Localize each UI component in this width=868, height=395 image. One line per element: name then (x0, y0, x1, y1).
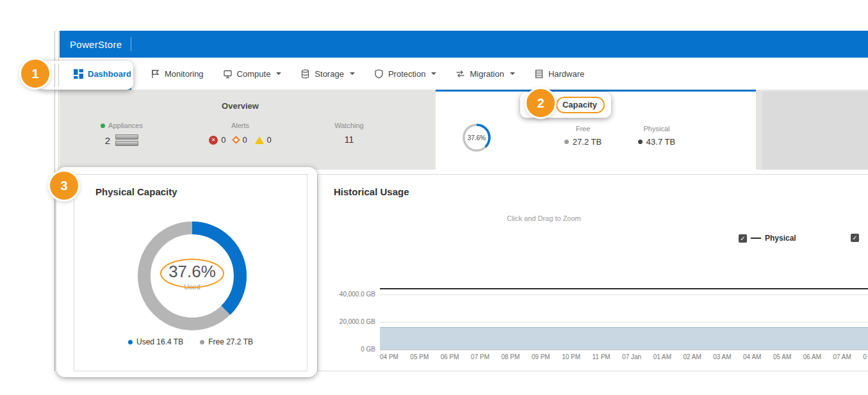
historical-usage-card: Historical Usage Click and Drag to Zoom … (317, 174, 868, 371)
free-dot-icon (200, 340, 204, 344)
x-tick: 04 AM (743, 353, 761, 360)
physical-value: 43.7 TB (646, 137, 675, 147)
appliances-label: Appliances (108, 122, 143, 129)
x-tick: 03 AM (713, 353, 731, 360)
legend-free-label: Free 27.2 TB (208, 337, 253, 346)
physical-label: Physical (625, 125, 689, 133)
nav-item-migration[interactable]: Migration (455, 58, 514, 90)
shield-icon (374, 69, 384, 79)
capacity-tab[interactable]: Capacity 37.6% Free 27.2 TB Physical 43.… (436, 90, 756, 170)
nav-label: Dashboard (88, 69, 131, 79)
appliances-summary[interactable]: Appliances 2 (83, 122, 160, 146)
x-tick: 11 PM (593, 353, 610, 360)
nav-label: Storage (315, 69, 344, 79)
physical-capacity-title: Physical Capacity (95, 186, 177, 197)
minor-alert-icon (255, 136, 264, 144)
watching-label: Watching (334, 122, 363, 129)
x-tick: 01 AM (653, 353, 671, 360)
main-nav: Dashboard Monitoring Compute Storage Pro… (60, 58, 868, 90)
compute-icon (223, 69, 233, 79)
alerts-label: Alerts (231, 122, 249, 129)
donut-legend: Used 16.4 TB Free 27.2 TB (74, 337, 307, 346)
checked-checkbox-icon[interactable] (739, 234, 747, 243)
x-tick: 05 PM (410, 353, 429, 360)
capacity-donut-chart: 37.6% Used (138, 222, 247, 330)
screenshot-left-edge (54, 31, 55, 371)
donut-percent-sublabel: Used (184, 283, 201, 291)
dashboard-icon (74, 69, 83, 79)
y-tick: 20,000.0 GB (318, 318, 375, 325)
nav-item-protection[interactable]: Protection (374, 58, 437, 90)
watching-count: 11 (345, 134, 354, 145)
legend-used: Used 16.4 TB (128, 337, 183, 346)
used-dot-icon (128, 340, 133, 344)
x-tick: 04 PM (380, 353, 398, 360)
nav-item-monitoring[interactable]: Monitoring (151, 58, 204, 90)
nav-item-dashboard[interactable]: Dashboard (74, 58, 131, 90)
critical-alert-icon (209, 136, 218, 145)
legend-free: Free 27.2 TB (200, 337, 253, 346)
legend-used-label: Used 16.4 TB (136, 337, 183, 346)
chevron-down-icon (431, 72, 436, 75)
chevron-down-icon (510, 72, 515, 75)
header-divider (131, 37, 131, 51)
x-axis-ticks: 04 PM 05 PM 06 PM 07 PM 08 PM 09 PM 10 P… (380, 353, 867, 360)
free-dot-icon (564, 140, 569, 144)
health-ok-dot-icon (101, 124, 105, 128)
x-tick: 07 Jan (622, 353, 641, 360)
callout-step-3: 3 (50, 172, 78, 200)
nav-label: Hardware (548, 69, 584, 79)
app-header: PowerStore (60, 31, 868, 58)
major-alert-icon (233, 136, 241, 144)
x-tick: 05 AM (773, 353, 791, 360)
major-alert-count: 0 (242, 135, 247, 145)
migration-icon (455, 69, 465, 79)
capacity-gauge-percent: 37.6% (461, 122, 492, 153)
storage-icon (300, 69, 310, 79)
x-tick: 06 PM (441, 353, 459, 360)
x-tick: 07 AM (833, 353, 851, 360)
physical-dot-icon (638, 140, 643, 144)
legend-second-toggle-partial[interactable] (851, 234, 859, 242)
flag-icon (151, 69, 160, 79)
legend-physical-toggle[interactable]: Physical (739, 234, 796, 243)
nav-item-hardware[interactable]: Hardware (534, 58, 584, 90)
app-brand: PowerStore (70, 39, 122, 50)
x-tick: 09 PM (532, 353, 550, 360)
x-axis-line (380, 350, 868, 350)
appliance-icon (115, 134, 138, 146)
nav-label: Monitoring (165, 69, 204, 79)
x-tick: 0 (863, 353, 867, 360)
checked-checkbox-icon[interactable] (851, 234, 859, 242)
screenshot-left-edge-inner (58, 31, 59, 371)
performance-tab-partial[interactable] (762, 92, 868, 170)
capacity-physical-stat: Physical 43.7 TB (625, 125, 689, 147)
historical-usage-title: Historical Usage (334, 186, 409, 197)
free-value: 27.2 TB (573, 137, 602, 147)
nav-label: Protection (388, 69, 426, 79)
summary-strip: Overview Appliances 2 Alerts 0 0 (60, 90, 868, 170)
nav-item-storage[interactable]: Storage (300, 58, 355, 90)
x-tick: 06 AM (803, 353, 821, 360)
callout-step-1: 1 (21, 60, 49, 88)
nav-item-compute[interactable]: Compute (223, 58, 282, 90)
physical-capacity-card: Physical Capacity 37.6% Used Used 16.4 T… (74, 174, 307, 371)
x-tick: 02 AM (683, 353, 701, 360)
hardware-icon (534, 69, 544, 79)
chevron-down-icon (350, 72, 355, 75)
nav-label: Migration (470, 69, 504, 79)
alerts-summary[interactable]: Alerts 0 0 0 (202, 122, 279, 145)
chevron-down-icon (276, 72, 281, 75)
y-tick: 40,000.0 GB (318, 291, 375, 298)
watching-summary[interactable]: Watching 11 (320, 122, 378, 145)
donut-percent: 37.6% (168, 262, 216, 282)
capacity-gauge: 37.6% (461, 122, 492, 153)
line-swatch-icon (751, 238, 761, 239)
overview-tab-title[interactable]: Overview (211, 101, 269, 111)
x-tick: 08 PM (501, 353, 520, 360)
minor-alert-count: 0 (267, 135, 272, 145)
callout-step-2: 2 (527, 89, 555, 117)
capacity-free-stat: Free 27.2 TB (554, 125, 612, 147)
chart-plot-area[interactable] (380, 277, 868, 350)
free-label: Free (554, 125, 612, 133)
